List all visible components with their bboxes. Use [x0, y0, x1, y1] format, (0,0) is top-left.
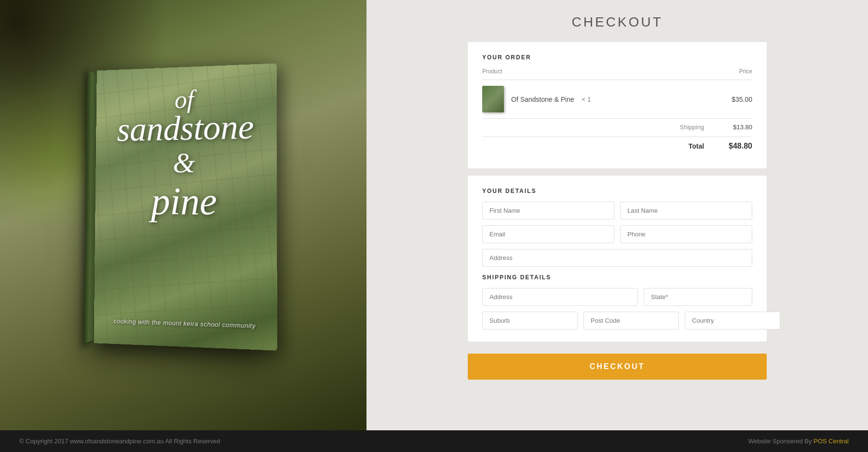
book-title-sandstone: sandstone [105, 111, 267, 146]
shipping-section-title: SHIPPING DETAILS [482, 274, 752, 281]
email-field[interactable] [482, 225, 614, 243]
name-row [482, 202, 752, 219]
order-section: YOUR ORDER Product Price Of Sandstone & … [468, 42, 767, 168]
book-title-amp: & [105, 145, 267, 180]
left-panel: of sandstone & pine cooking with the mou… [0, 0, 366, 430]
right-panel: CHECKOUT YOUR ORDER Product Price [366, 0, 868, 430]
book-image: of sandstone & pine cooking with the mou… [92, 66, 295, 365]
details-section-title: YOUR DETAILS [482, 188, 752, 194]
product-cell: Of Sandstone & Pine × 1 [482, 86, 704, 112]
col-price: Price [704, 68, 752, 80]
product-qty: × 1 [582, 96, 591, 103]
product-name: Of Sandstone & Pine [511, 96, 574, 103]
state-field[interactable] [644, 288, 752, 306]
footer-sponsor: Website Sponsered By POS Central [748, 438, 849, 445]
postcode-field[interactable] [583, 312, 679, 329]
footer-brand: POS Central [814, 438, 849, 445]
total-row: Total $48.80 [482, 137, 752, 157]
contact-row [482, 225, 752, 243]
address-row [482, 249, 752, 267]
suburb-row [482, 312, 752, 329]
book-title-area: of sandstone & pine [104, 83, 267, 220]
table-row: Of Sandstone & Pine × 1 $35.00 [482, 80, 752, 119]
country-field[interactable] [685, 312, 780, 329]
shipping-address-field[interactable] [482, 288, 638, 306]
footer: © Copyright 2017 www.ofsandstoneandpine.… [0, 430, 868, 452]
suburb-field[interactable] [482, 312, 578, 329]
order-section-title: YOUR ORDER [482, 54, 752, 61]
order-table: Product Price Of Sandstone & Pine × [482, 68, 752, 156]
product-thumbnail [482, 86, 504, 112]
footer-sponsor-text: Website Sponsered By [748, 438, 812, 445]
footer-copyright: © Copyright 2017 www.ofsandstoneandpine.… [19, 438, 220, 445]
phone-field[interactable] [620, 225, 752, 243]
checkout-button[interactable]: CHECKOUT [468, 354, 767, 380]
last-name-field[interactable] [620, 202, 752, 219]
product-price: $35.00 [704, 80, 752, 119]
total-price: $48.80 [704, 137, 752, 157]
book-title-pine: pine [104, 181, 267, 221]
shipping-row: Shipping $13.80 [482, 119, 752, 137]
address-field[interactable] [482, 249, 752, 267]
details-section: YOUR DETAILS SHIPPING DETAILS [468, 176, 767, 342]
shipping-price: $13.80 [704, 119, 752, 137]
page-title: CHECKOUT [571, 14, 663, 30]
shipping-address-row [482, 288, 752, 306]
book-cover: of sandstone & pine cooking with the mou… [94, 63, 277, 350]
first-name-field[interactable] [482, 202, 614, 219]
col-product: Product [482, 68, 704, 80]
shipping-label: Shipping [482, 119, 704, 137]
total-label: Total [482, 137, 704, 157]
